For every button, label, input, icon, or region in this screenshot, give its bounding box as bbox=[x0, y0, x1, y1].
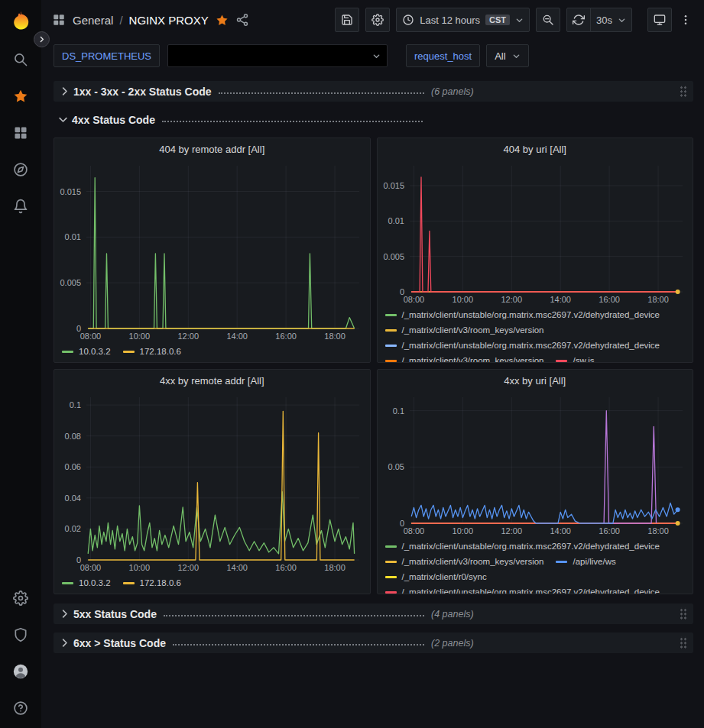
sidebar-item-settings[interactable] bbox=[0, 580, 41, 616]
legend-item[interactable]: /_matrix/client/unstable/org.matrix.msc2… bbox=[385, 539, 660, 554]
legend-series-color bbox=[385, 345, 397, 347]
more-options-button[interactable] bbox=[678, 8, 693, 32]
row-title[interactable]: 6xx > Status Code bbox=[73, 637, 166, 649]
svg-text:16:00: 16:00 bbox=[275, 332, 297, 341]
chevron-down-icon bbox=[515, 16, 524, 24]
panel-title[interactable]: 4xx by remote addr [All] bbox=[54, 370, 370, 391]
sidebar-item-starred[interactable] bbox=[0, 78, 41, 115]
row-panel-count: (6 panels) bbox=[431, 86, 474, 97]
time-series-plot[interactable]: 08:0010:0012:0014:0016:0018:0000.050.1 bbox=[378, 391, 693, 536]
clock-icon bbox=[402, 14, 414, 26]
row-drag-handle[interactable] bbox=[680, 636, 687, 649]
variable-value-ds-prometheus[interactable] bbox=[167, 44, 388, 67]
dashboard-canvas: 1xx - 3xx - 2xx Status Code (6 panels) 4… bbox=[41, 75, 704, 728]
legend-item[interactable]: /_matrix/client/r0/sync bbox=[385, 569, 487, 584]
row-5xx: 5xx Status Code (4 panels) bbox=[54, 603, 693, 624]
sidebar-item-server-admin[interactable] bbox=[0, 616, 41, 653]
legend-item[interactable]: 172.18.0.6 bbox=[123, 344, 181, 359]
legend-series-color bbox=[385, 576, 397, 578]
save-dashboard-button[interactable] bbox=[335, 8, 359, 32]
sidebar-item-alerting[interactable] bbox=[0, 188, 41, 225]
row-panel-count: (4 panels) bbox=[431, 609, 474, 620]
legend-series-label: /_matrix/client/unstable/org.matrix.msc2… bbox=[402, 584, 660, 594]
row-collapse-toggle[interactable] bbox=[55, 637, 73, 649]
legend-item[interactable]: /api/live/ws bbox=[556, 554, 615, 569]
legend-series-label: /_matrix/client/r0/sync bbox=[402, 569, 487, 584]
svg-text:12:00: 12:00 bbox=[178, 563, 200, 572]
row-title[interactable]: 4xx Status Code bbox=[72, 114, 155, 126]
time-range-picker[interactable]: Last 12 hours CST bbox=[396, 8, 530, 32]
refresh-interval-dropdown[interactable]: 30s bbox=[590, 8, 632, 32]
time-series-plot[interactable]: 08:0010:0012:0014:0016:0018:0000.0050.01… bbox=[54, 160, 370, 341]
chevron-right-icon bbox=[59, 86, 70, 97]
legend-item[interactable]: 10.0.3.2 bbox=[62, 575, 111, 590]
search-icon bbox=[13, 52, 28, 67]
legend-series-color bbox=[62, 351, 73, 353]
row-6xx: 6xx > Status Code (2 panels) bbox=[54, 633, 693, 653]
zoom-out-button[interactable] bbox=[536, 8, 560, 32]
row-collapse-toggle[interactable] bbox=[55, 86, 73, 97]
time-series-plot[interactable]: 08:0010:0012:0014:0016:0018:0000.0050.01… bbox=[378, 160, 693, 305]
sidebar-expand-button[interactable] bbox=[34, 31, 50, 47]
svg-text:0.015: 0.015 bbox=[60, 187, 81, 196]
gear-icon bbox=[13, 590, 28, 606]
sidebar-item-dashboards[interactable] bbox=[0, 115, 41, 151]
row-collapse-toggle[interactable] bbox=[55, 608, 73, 620]
breadcrumb-dashboard-title[interactable]: NGINX PROXY bbox=[129, 14, 209, 27]
legend-series-label: 172.18.0.6 bbox=[140, 344, 181, 359]
favorite-star-icon[interactable] bbox=[216, 14, 229, 27]
legend-item[interactable]: 172.18.0.6 bbox=[123, 575, 181, 590]
legend-item[interactable]: /_matrix/client/unstable/org.matrix.msc2… bbox=[385, 307, 660, 322]
row-title[interactable]: 1xx - 3xx - 2xx Status Code bbox=[73, 86, 212, 98]
svg-text:0: 0 bbox=[399, 287, 404, 296]
dashboard-settings-button[interactable] bbox=[365, 8, 390, 32]
svg-text:08:00: 08:00 bbox=[403, 526, 424, 535]
top-navbar: General / NGINX PROXY Last 12 hours CST bbox=[41, 0, 704, 40]
time-series-plot[interactable]: 08:0010:0012:0014:0016:0018:0000.020.040… bbox=[54, 391, 370, 573]
panel-title[interactable]: 404 by uri [All] bbox=[378, 138, 693, 160]
breadcrumb: General / NGINX PROXY bbox=[73, 14, 209, 27]
legend-item[interactable]: /_matrix/client/unstable/org.matrix.msc2… bbox=[385, 584, 660, 594]
legend-item[interactable]: /sw.js bbox=[556, 353, 594, 363]
svg-text:0.06: 0.06 bbox=[65, 462, 81, 471]
time-range-label: Last 12 hours bbox=[420, 15, 480, 26]
row-title[interactable]: 5xx Status Code bbox=[73, 608, 157, 620]
refresh-icon bbox=[573, 14, 585, 26]
monitor-icon bbox=[654, 14, 666, 26]
svg-text:0.015: 0.015 bbox=[383, 181, 404, 190]
legend-series-color bbox=[385, 545, 397, 548]
dashboard-grid-icon[interactable] bbox=[52, 13, 66, 27]
row-drag-handle[interactable] bbox=[680, 85, 687, 98]
legend-series-label: 172.18.0.6 bbox=[140, 575, 181, 590]
legend-item[interactable]: /_matrix/client/unstable/org.matrix.msc2… bbox=[385, 338, 660, 353]
sidebar-item-profile[interactable] bbox=[0, 653, 41, 690]
kiosk-mode-button[interactable] bbox=[647, 8, 672, 32]
chevron-down-icon bbox=[372, 52, 381, 60]
sidebar-item-help[interactable] bbox=[0, 690, 41, 726]
panel-title[interactable]: 4xx by uri [All] bbox=[378, 370, 693, 391]
row-1xx-3xx-2xx: 1xx - 3xx - 2xx Status Code (6 panels) bbox=[54, 81, 693, 102]
svg-text:14:00: 14:00 bbox=[226, 332, 248, 341]
sidebar-item-explore[interactable] bbox=[0, 151, 41, 188]
chevron-down-icon bbox=[618, 16, 626, 24]
breadcrumb-folder[interactable]: General bbox=[73, 14, 113, 27]
svg-text:0.1: 0.1 bbox=[70, 400, 81, 409]
svg-text:18:00: 18:00 bbox=[647, 526, 669, 535]
legend-item[interactable]: 10.0.3.2 bbox=[62, 344, 111, 359]
legend-item[interactable]: /_matrix/client/v3/room_keys/version bbox=[385, 353, 544, 363]
row-drag-handle[interactable] bbox=[680, 607, 687, 620]
sidebar-item-search[interactable] bbox=[0, 41, 41, 78]
variable-selected-option: All bbox=[495, 50, 505, 62]
panel-title[interactable]: 404 by remote addr [All] bbox=[54, 138, 370, 160]
refresh-button[interactable] bbox=[566, 8, 591, 32]
svg-text:14:00: 14:00 bbox=[550, 295, 571, 304]
variable-value-request-host[interactable]: All bbox=[486, 44, 528, 67]
legend-item[interactable]: /_matrix/client/v3/room_keys/version bbox=[385, 322, 544, 338]
dashboard-variables-bar: DS_PROMETHEUS request_host All bbox=[41, 40, 704, 75]
variable-label-ds-prometheus[interactable]: DS_PROMETHEUS bbox=[54, 44, 160, 67]
legend-item[interactable]: /_matrix/client/v3/room_keys/version bbox=[385, 554, 544, 569]
share-icon[interactable] bbox=[235, 13, 249, 27]
legend-series-color bbox=[123, 351, 135, 353]
variable-label-request-host[interactable]: request_host bbox=[406, 44, 480, 67]
row-collapse-toggle[interactable] bbox=[54, 114, 72, 125]
